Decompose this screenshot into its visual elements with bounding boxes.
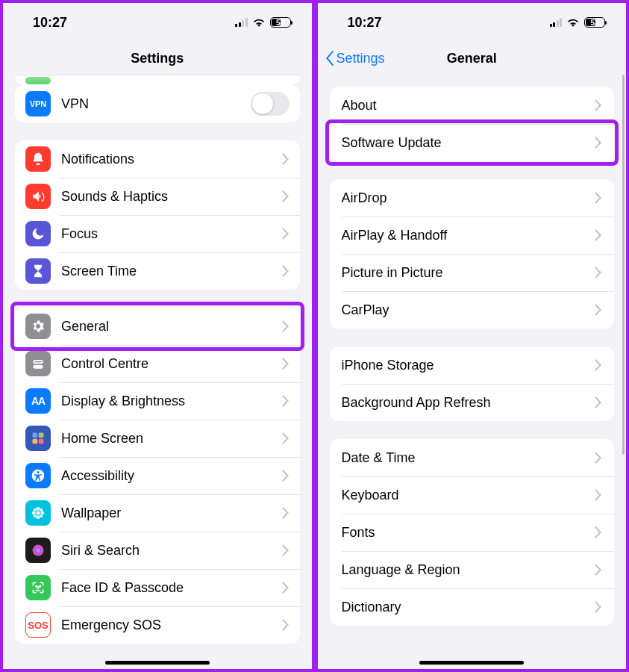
- grid-icon: [25, 426, 51, 451]
- svg-point-10: [40, 511, 44, 515]
- row-date-time[interactable]: Date & Time: [330, 439, 615, 476]
- status-time: 10:27: [33, 15, 67, 31]
- row-label: AirPlay & Handoff: [342, 228, 448, 243]
- svg-point-7: [37, 507, 40, 511]
- cellular-icon: [235, 18, 248, 27]
- row-screen-time[interactable]: Screen Time: [15, 252, 300, 290]
- row-label: Wallpaper: [61, 505, 282, 521]
- row-background-app-refresh[interactable]: Background App Refresh: [330, 384, 615, 421]
- row-siri-search[interactable]: Siri & Search: [15, 532, 300, 569]
- bell-icon: [25, 146, 51, 172]
- moon-icon: [25, 221, 51, 246]
- row-label: Home Screen: [61, 431, 282, 447]
- row-focus[interactable]: Focus: [15, 215, 300, 252]
- general-group-2: iPhone Storage Background App Refresh: [330, 346, 615, 421]
- home-indicator[interactable]: [105, 661, 210, 665]
- svg-point-15: [33, 545, 44, 556]
- phone-general: 10:27 53 Settings General Abou: [312, 3, 627, 669]
- row-airdrop[interactable]: AirDrop: [330, 179, 615, 217]
- row-sounds-haptics[interactable]: Sounds & Haptics: [15, 178, 300, 215]
- chevron-right-icon: [282, 358, 290, 370]
- siri-icon: [25, 538, 51, 563]
- row-label: Language & Region: [342, 562, 460, 578]
- svg-rect-1: [39, 433, 44, 438]
- row-label: Date & Time: [342, 450, 416, 466]
- chevron-right-icon: [282, 507, 290, 519]
- status-bar: 10:27 53: [3, 3, 312, 42]
- svg-point-8: [37, 515, 40, 519]
- svg-point-17: [40, 586, 41, 588]
- chevron-right-icon: [282, 228, 290, 240]
- chevron-right-icon: [282, 432, 290, 444]
- row-label: Fonts: [342, 525, 375, 541]
- flower-icon: [25, 500, 51, 526]
- row-label: Background App Refresh: [342, 395, 491, 411]
- row-iphone-storage[interactable]: iPhone Storage: [330, 346, 615, 384]
- speaker-icon: [25, 184, 51, 209]
- chevron-right-icon: [595, 229, 602, 241]
- scrollbar[interactable]: [622, 75, 625, 669]
- general-group-3: Date & Time Keyboard Fonts Language & Re…: [330, 439, 615, 626]
- group-general: General Control Centre AA Display & Brig…: [15, 308, 300, 644]
- gear-icon: [25, 314, 51, 339]
- row-carplay[interactable]: CarPlay: [330, 291, 615, 329]
- svg-point-11: [34, 508, 37, 511]
- navbar: Settings General: [318, 42, 627, 75]
- row-notifications[interactable]: Notifications: [15, 140, 300, 178]
- row-label: iPhone Storage: [342, 358, 434, 373]
- wifi-icon: [252, 18, 266, 28]
- hourglass-icon: [25, 258, 51, 284]
- svg-point-16: [36, 586, 37, 588]
- row-display-brightness[interactable]: AA Display & Brightness: [15, 382, 300, 420]
- row-picture-in-picture[interactable]: Picture in Picture: [330, 254, 615, 291]
- row-dictionary[interactable]: Dictionary: [330, 588, 615, 626]
- chevron-right-icon: [595, 99, 602, 111]
- svg-point-6: [37, 511, 40, 515]
- row-control-centre[interactable]: Control Centre: [15, 345, 300, 382]
- row-emergency-sos[interactable]: SOS Emergency SOS: [15, 606, 300, 644]
- row-face-id-passcode[interactable]: Face ID & Passcode: [15, 569, 300, 606]
- home-indicator[interactable]: [419, 661, 524, 665]
- chevron-right-icon: [595, 564, 602, 576]
- row-label: Sounds & Haptics: [61, 189, 282, 205]
- chevron-right-icon: [595, 304, 602, 316]
- vpn-icon: VPN: [25, 91, 51, 116]
- back-button[interactable]: Settings: [325, 42, 385, 75]
- row-software-update[interactable]: Software Update: [330, 124, 615, 161]
- chevron-right-icon: [595, 452, 602, 464]
- accessibility-icon: [25, 463, 51, 488]
- row-label: AirDrop: [342, 190, 387, 206]
- general-group-1: AirDrop AirPlay & Handoff Picture in Pic…: [330, 179, 615, 329]
- chevron-right-icon: [282, 190, 290, 202]
- chevron-right-icon: [595, 526, 602, 538]
- row-keyboard[interactable]: Keyboard: [330, 476, 615, 514]
- row-language-region[interactable]: Language & Region: [330, 551, 615, 588]
- chevron-right-icon: [595, 601, 602, 613]
- svg-point-5: [37, 471, 40, 473]
- row-about[interactable]: About: [330, 87, 615, 124]
- general-scroll[interactable]: About Software Update AirDrop AirPlay & …: [318, 75, 627, 669]
- row-home-screen[interactable]: Home Screen: [15, 420, 300, 457]
- row-general[interactable]: General: [15, 308, 300, 345]
- row-label: Siri & Search: [61, 543, 282, 559]
- row-fonts[interactable]: Fonts: [330, 514, 615, 551]
- settings-scroll[interactable]: VPN VPN Notifications Sounds & Haptics F…: [3, 75, 312, 669]
- svg-rect-0: [33, 433, 38, 438]
- chevron-right-icon: [282, 470, 290, 482]
- chevron-right-icon: [282, 544, 290, 556]
- row-wallpaper[interactable]: Wallpaper: [15, 494, 300, 532]
- row-label: Face ID & Passcode: [61, 580, 282, 596]
- page-title: General: [447, 51, 497, 66]
- row-vpn[interactable]: VPN VPN: [15, 85, 300, 122]
- row-airplay-handoff[interactable]: AirPlay & Handoff: [330, 217, 615, 254]
- status-bar: 10:27 53: [318, 3, 627, 42]
- chevron-right-icon: [595, 359, 602, 371]
- row-label: Control Centre: [61, 356, 282, 372]
- row-accessibility[interactable]: Accessibility: [15, 457, 300, 494]
- chevron-right-icon: [282, 582, 290, 594]
- cellular-icon: [550, 18, 563, 27]
- row-label: Focus: [61, 226, 282, 242]
- general-group-0: About Software Update: [330, 87, 615, 161]
- vpn-toggle[interactable]: [251, 92, 290, 116]
- row-label: Display & Brightness: [61, 393, 282, 409]
